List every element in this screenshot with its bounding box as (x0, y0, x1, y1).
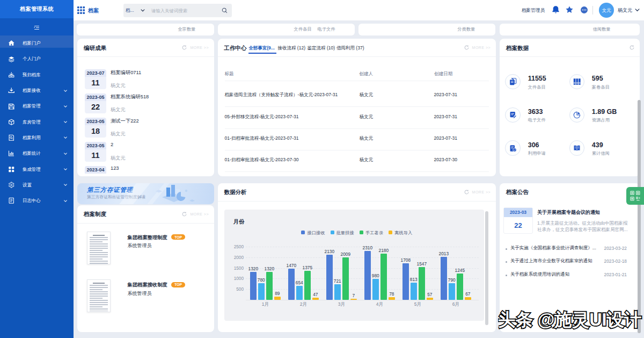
svg-text:头条 @施灵UI设计: 头条 @施灵UI设计 (498, 310, 641, 329)
